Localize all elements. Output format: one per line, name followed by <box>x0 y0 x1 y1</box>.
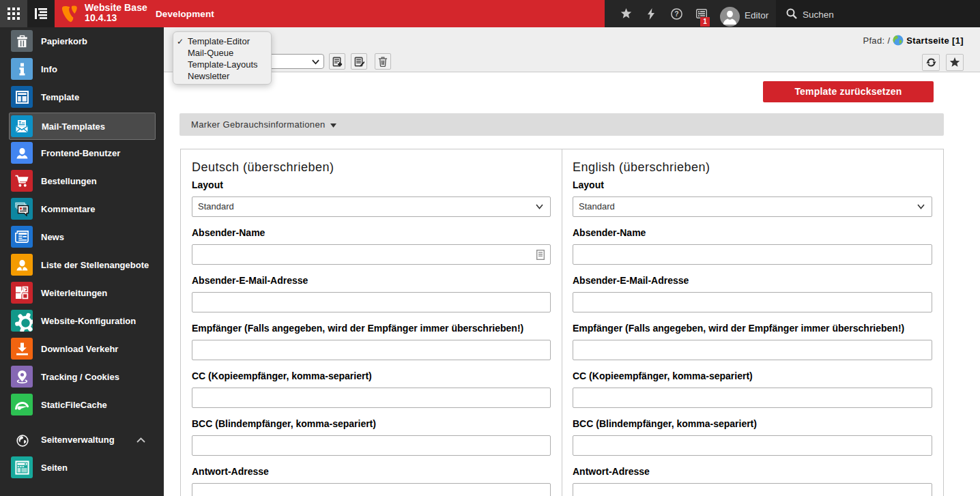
svg-text:?: ? <box>674 10 678 18</box>
